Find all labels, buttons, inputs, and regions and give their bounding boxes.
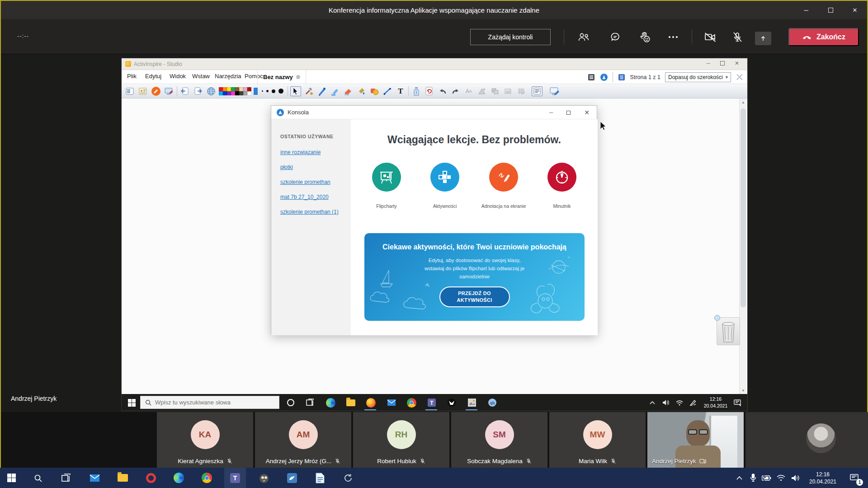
participant-photo-tile[interactable] <box>745 412 868 468</box>
participant-tile[interactable]: MW Maria Wilk <box>549 412 646 468</box>
menu-widok[interactable]: Widok <box>170 73 186 80</box>
zoom-select[interactable]: Dopasuj do szerokości ▼ <box>665 72 731 82</box>
feature-flipcharty[interactable]: Flipcharty <box>359 163 414 209</box>
search-input[interactable] <box>155 399 268 406</box>
scroll-down-icon[interactable]: ▼ <box>740 387 747 394</box>
opera-icon[interactable] <box>145 472 157 484</box>
edge-icon[interactable] <box>325 397 336 408</box>
text-tool[interactable]: T <box>395 86 406 96</box>
feature-aktywnosci[interactable]: Aktywności <box>418 163 472 209</box>
file-explorer-icon[interactable] <box>345 397 356 408</box>
web-browser-icon[interactable] <box>206 86 217 96</box>
mic-off-icon[interactable] <box>730 31 745 43</box>
undo-icon[interactable] <box>437 86 448 96</box>
main-menu-icon[interactable] <box>124 86 135 96</box>
resource-browser-icon[interactable] <box>137 86 148 96</box>
editor-app-icon[interactable] <box>286 472 298 484</box>
tray-chevron-icon[interactable] <box>648 398 657 407</box>
next-page-icon[interactable] <box>193 86 203 96</box>
mail-icon[interactable] <box>386 397 397 408</box>
more-options-icon[interactable] <box>665 31 681 43</box>
start-button[interactable] <box>126 397 137 408</box>
volume-icon[interactable] <box>789 472 802 484</box>
wifi-icon[interactable] <box>675 398 684 407</box>
feature-minutnik[interactable]: Minutnik <box>535 163 589 209</box>
group-objects-icon[interactable] <box>490 86 500 96</box>
flipchart-trash-widget[interactable] <box>717 317 740 345</box>
search-icon[interactable] <box>32 472 44 484</box>
battery-icon[interactable] <box>760 472 773 484</box>
clear-tool[interactable] <box>411 86 422 96</box>
page-browser-icon[interactable] <box>587 73 595 81</box>
select-tool[interactable] <box>290 86 301 96</box>
close-button[interactable]: ✕ <box>843 1 867 19</box>
ai-minimize-button[interactable]: ─ <box>706 60 710 66</box>
reactions-icon[interactable] <box>637 31 653 43</box>
desktop-tools-icon[interactable] <box>164 86 175 96</box>
request-control-button[interactable]: Zażądaj kontroli <box>470 29 551 45</box>
sync-app-icon[interactable] <box>342 472 354 484</box>
current-color-swatch[interactable] <box>254 88 258 95</box>
task-view-icon[interactable] <box>305 397 316 408</box>
mail-icon[interactable] <box>89 472 101 484</box>
recent-file-link[interactable]: płotki <box>280 164 293 170</box>
cortana-icon[interactable] <box>285 397 296 408</box>
qbittorrent-icon[interactable]: qb <box>487 397 498 408</box>
windows-ink-icon[interactable] <box>688 398 697 407</box>
leave-button[interactable]: Zakończ <box>788 28 859 46</box>
teams-icon[interactable]: T <box>426 397 437 408</box>
menu-edytuj[interactable]: Edytuj <box>145 73 161 80</box>
photos-app-icon[interactable] <box>467 397 477 408</box>
reset-page-icon[interactable] <box>424 86 435 96</box>
annotate-desktop-icon[interactable] <box>151 86 161 96</box>
tools-menu-icon[interactable] <box>303 86 314 96</box>
pen-tool[interactable] <box>316 86 327 96</box>
action-center-icon[interactable]: 1 <box>848 472 860 484</box>
chat-icon[interactable] <box>608 31 623 43</box>
go-to-activities-button[interactable]: PRZEJDŹ DO AKTYWNOŚCI <box>439 286 510 307</box>
wifi-icon[interactable] <box>775 472 787 484</box>
activinspire-dashboard-icon[interactable] <box>600 73 608 81</box>
viewer-taskbar-clock[interactable]: 12:16 20.04.2021 <box>804 471 842 485</box>
minimize-button[interactable]: ─ <box>794 1 818 19</box>
expand-icon[interactable]: ⤫ <box>736 73 744 81</box>
redo-icon[interactable] <box>450 86 461 96</box>
edge-icon[interactable] <box>173 472 185 484</box>
menu-plik[interactable]: Plik <box>127 73 137 80</box>
presenter-video-tile[interactable]: Andrzej Pietrzyk <box>647 412 744 468</box>
insert-media-icon[interactable] <box>503 86 514 96</box>
recent-file-link[interactable]: szkolenie promethan <box>280 179 330 185</box>
pen-width-selector[interactable] <box>260 89 285 94</box>
tray-chevron-icon[interactable] <box>733 472 745 484</box>
ai-close-button[interactable]: ✕ <box>735 60 739 66</box>
konsola-minimize-button[interactable]: ─ <box>549 109 553 116</box>
action-center-icon[interactable] <box>733 398 742 407</box>
scrollbar-thumb[interactable] <box>741 108 746 307</box>
menu-narzedzia[interactable]: Narzędzia <box>215 73 241 80</box>
foobar2000-icon[interactable] <box>446 397 457 408</box>
fill-tool[interactable] <box>356 86 367 96</box>
menu-wstaw[interactable]: Wstaw <box>192 73 210 80</box>
chrome-icon[interactable] <box>201 472 213 484</box>
start-button[interactable] <box>5 472 18 484</box>
flipchart-tab[interactable]: Bez nazwy <box>257 70 306 84</box>
teams-icon[interactable]: T <box>229 472 241 484</box>
konsola-maximize-button[interactable] <box>566 111 571 115</box>
participant-tile[interactable]: AM Andrzej Jerzy Mróz (G... <box>255 412 351 468</box>
shared-taskbar-clock[interactable]: 12:16 20.04.2021 <box>703 396 728 409</box>
recent-file-link[interactable]: inne rozwiązanie <box>280 149 321 155</box>
grid-ruler-icon[interactable] <box>516 86 527 96</box>
konsola-close-button[interactable]: ✕ <box>584 109 590 116</box>
shapes-tool[interactable] <box>369 86 380 96</box>
trash-handle-icon[interactable] <box>714 315 720 321</box>
file-explorer-icon[interactable] <box>117 472 129 484</box>
highlighter-tool[interactable] <box>330 86 340 96</box>
camera-off-icon[interactable] <box>703 31 718 43</box>
feature-adnotacja[interactable]: Adnotacja na ekranie <box>476 163 531 209</box>
grid-view-icon[interactable] <box>618 73 626 81</box>
participants-icon[interactable] <box>576 31 591 43</box>
scroll-up-icon[interactable]: ▲ <box>740 99 747 106</box>
eraser-tool[interactable] <box>343 86 354 96</box>
mic-tray-icon[interactable] <box>747 472 759 484</box>
recent-file-link[interactable]: mat 7b 27_10_2020 <box>280 194 329 200</box>
